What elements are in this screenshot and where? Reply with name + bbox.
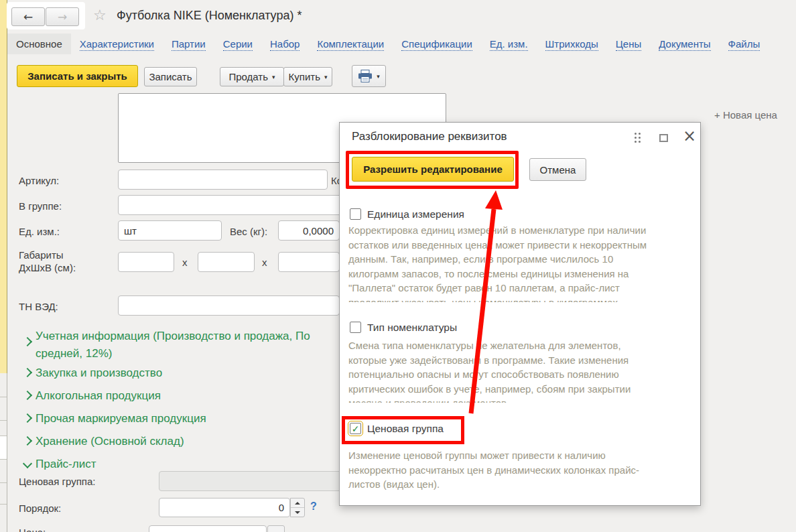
spinner-down-button[interactable] [291, 508, 304, 517]
forward-arrow-icon: → [58, 10, 67, 23]
close-icon[interactable]: × [683, 130, 696, 142]
tnved-input[interactable] [118, 295, 340, 316]
price-input[interactable]: 0,00 [149, 525, 267, 532]
page-title: Футболка NIKE (Номенклатура) * [117, 9, 302, 23]
more-menu-icon[interactable] [635, 133, 637, 135]
price-group-description: Изменение ценовой группы может привести … [348, 448, 643, 492]
section-accounting-info[interactable]: Учетная информация (Производство и прода… [36, 328, 317, 362]
back-button[interactable]: ← [11, 7, 45, 26]
unit-input[interactable]: шт [118, 220, 222, 241]
dimensions-label-line1: Габариты [19, 249, 76, 261]
highlight-box-price-group [342, 416, 464, 444]
background-window-rows [0, 373, 7, 532]
help-icon[interactable]: ? [310, 501, 317, 513]
tab-documents[interactable]: Документы [650, 34, 719, 54]
chevron-down-icon: ▾ [324, 74, 328, 80]
section-price-list[interactable]: Прайс-лист [36, 458, 96, 471]
calculator-button[interactable] [267, 525, 285, 532]
save-button[interactable]: Записать [144, 67, 197, 86]
nomenclature-type-checkbox[interactable] [350, 322, 361, 333]
tab-prices[interactable]: Цены [607, 34, 651, 54]
unit-of-measure-checkbox-label: Единица измерения [367, 208, 464, 220]
tab-bar: Основное Характеристики Партии Серии Наб… [7, 34, 769, 54]
favorite-star-icon[interactable]: ☆ [93, 7, 107, 23]
tab-series[interactable]: Серии [214, 34, 261, 54]
tab-specifications[interactable]: Спецификации [393, 34, 481, 54]
tnved-label: ТН ВЭД: [19, 301, 58, 312]
weight-input[interactable]: 0,0000 [278, 220, 340, 241]
chevron-down-icon: ▾ [272, 74, 275, 80]
save-and-close-button[interactable]: Записать и закрыть [17, 65, 138, 87]
chevron-right-icon [23, 391, 32, 400]
nav-highlight-box: ← → [7, 2, 85, 29]
tab-main[interactable]: Основное [7, 34, 71, 54]
dim-length-input[interactable] [118, 252, 174, 272]
tab-barcodes[interactable]: Штрихкоды [537, 34, 607, 54]
unit-label: Ед. изм.: [19, 226, 60, 237]
unit-of-measure-description: Корректировка единиц измерений в номенкл… [348, 223, 657, 302]
printer-icon [358, 70, 373, 82]
chevron-down-icon [23, 459, 32, 468]
app-window: ← → ☆ Футболка NIKE (Номенклатура) * Осн… [0, 0, 796, 532]
maximize-icon[interactable] [659, 134, 668, 142]
tab-kits[interactable]: Комплектации [308, 34, 393, 54]
new-price-link[interactable]: + Новая цена [714, 109, 777, 121]
chevron-down-icon: ▾ [377, 73, 380, 80]
sell-button[interactable]: Продать▾ [220, 67, 284, 86]
cancel-button[interactable]: Отмена [529, 158, 586, 181]
background-window-strip [0, 0, 7, 373]
tab-files[interactable]: Файлы [720, 34, 769, 54]
price-group-input[interactable] [159, 471, 342, 491]
chevron-right-icon [23, 368, 32, 377]
buy-button[interactable]: Купить▾ [283, 67, 332, 86]
tab-set[interactable]: Набор [261, 34, 308, 54]
price-group-label: Ценовая группа: [19, 476, 95, 487]
group-input[interactable] [118, 195, 348, 215]
chevron-right-icon [23, 436, 32, 446]
price-label: Цена: [19, 527, 46, 532]
nomenclature-type-description: Смена типа номенклатуры не желательна дл… [348, 338, 647, 403]
unit-of-measure-checkbox[interactable] [350, 208, 361, 220]
dim-separator: х [182, 257, 188, 268]
section-purchase-production[interactable]: Закупка и производство [36, 367, 162, 380]
dialog-title: Разблокирование реквизитов [352, 130, 507, 143]
nomenclature-type-checkbox-label: Тип номенклатуры [367, 322, 457, 334]
spinner-up-button[interactable] [291, 498, 304, 508]
dim-height-input[interactable] [278, 252, 340, 272]
group-label: В группе: [19, 200, 62, 212]
chevron-right-icon [23, 413, 32, 423]
highlight-box-allow-editing [346, 151, 519, 189]
article-label: Артикул: [19, 175, 59, 186]
weight-label: Вес (кг): [230, 226, 267, 237]
section-alcohol[interactable]: Алкогольная продукция [36, 389, 161, 403]
order-label: Порядок: [19, 503, 61, 514]
section-marked-products[interactable]: Прочая маркируемая продукция [36, 412, 206, 425]
print-button[interactable]: ▾ [352, 65, 386, 87]
forward-button[interactable]: → [46, 7, 79, 26]
tab-characteristics[interactable]: Характеристики [71, 34, 163, 54]
article-input[interactable] [118, 170, 328, 190]
tab-units[interactable]: Ед. изм. [481, 34, 537, 54]
back-arrow-icon: ← [23, 10, 33, 23]
dimensions-label-line2: ДхШхВ (см): [19, 261, 76, 274]
order-spinner [290, 498, 305, 517]
dim-separator: х [262, 257, 267, 268]
tab-batches[interactable]: Партии [163, 34, 214, 54]
chevron-right-icon [23, 337, 32, 346]
dim-width-input[interactable] [198, 252, 255, 272]
order-input[interactable]: 0 [159, 498, 290, 517]
section-storage[interactable]: Хранение (Основной склад) [36, 435, 184, 448]
